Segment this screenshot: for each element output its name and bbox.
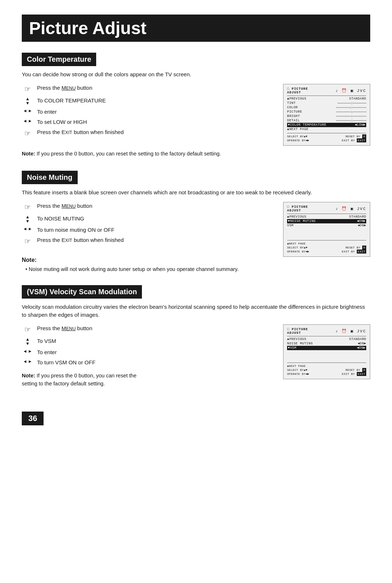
- menu-icons: ♪ ⏰ ▣ JVC: [335, 206, 366, 211]
- instruction-row: ☞ Press the MENU button: [22, 202, 272, 212]
- menu-item: ▲PREVIOUSSTANDARD: [287, 97, 366, 101]
- menu-item: DETAIL•••••••••••|••••••••••: [287, 118, 366, 123]
- menu-bottom-row: ▲NEXT PAGE: [287, 242, 366, 246]
- menu-bottom-row: SELECT BY▲▼RESET BY 0: [287, 368, 366, 372]
- updown-icon: ▲▼: [22, 97, 33, 105]
- menu-item: VSM◄ON►: [287, 223, 366, 228]
- menu-item-selected: ▼COLOR TEMPERATURE◄LOW►: [287, 123, 366, 127]
- instruction-text: To enter: [37, 108, 57, 116]
- menu-icons: ♪ ⏰ ▣ JVC: [335, 329, 366, 333]
- instruction-row: ◄► To enter: [22, 348, 272, 356]
- color-temp-note: Note: If you press the 0 button, you can…: [22, 150, 370, 158]
- noise-muting-desc: This feature inserts a blank blue screen…: [22, 189, 370, 197]
- menu-item: ▲NEXT PAGE: [287, 127, 366, 131]
- menu-item: COLOR••••••••••|•••••••••••: [287, 105, 366, 110]
- instruction-row: ☞ Press the MENU button: [22, 324, 272, 335]
- hand-icon: ☞: [22, 324, 33, 335]
- menu-bottom-row: SELECT BY▲▼RESET BY 0: [287, 246, 366, 250]
- instruction-text: To turn VSM ON or OFF: [37, 359, 95, 366]
- menu-item: BRIGHT•••••••••••|••••••••••: [287, 114, 366, 118]
- leftright-icon: ◄►: [22, 108, 33, 114]
- menu-item: NOISE MUTING◄ON►: [287, 341, 366, 346]
- noise-muting-bullet-note: Noise muting will not work during auto t…: [22, 266, 370, 272]
- menu-bottom-row: ▲NEXT PAGE: [287, 364, 366, 368]
- menu-screen-noise-muting: □ PICTUREADJUST ♪ ⏰ ▣ JVC ▲PREVIOUSSTAND…: [283, 202, 370, 257]
- instruction-text: Press the MENU button: [37, 84, 92, 92]
- menu-bottom-row: SELECT BY▲▼RESET BY 0: [287, 134, 366, 138]
- instruction-row: ☞ Press the EXIT button when finished: [22, 236, 272, 246]
- instruction-row: ◄► To set LOW or HIGH: [22, 118, 272, 126]
- hand-icon: ☞: [22, 84, 33, 94]
- noise-muting-header: Noise Muting: [22, 171, 78, 184]
- menu-screen-vsm: □ PICTUREADJUST ♪ ⏰ ▣ JVC ▲PREVIOUSSTAND…: [283, 324, 370, 379]
- color-temperature-section: Color Temperature You can decide how str…: [22, 53, 370, 158]
- instruction-row: ◄► To turn VSM ON or OFF: [22, 359, 272, 366]
- menu-item: TINT••••••••••|••••••••••: [287, 101, 366, 105]
- menu-item: ▲PREVIOUSSTANDARD: [287, 337, 366, 341]
- note-label: Note:: [22, 257, 370, 263]
- leftright-icon: ◄►: [22, 348, 33, 355]
- vsm-note: Note: If you press the 0 button, you can…: [22, 372, 272, 388]
- menu-bottom-row: OPERATE BY◄►EXIT BY EXIT: [287, 250, 366, 254]
- instruction-text: Press the EXIT button when finished: [37, 128, 124, 136]
- menu-bottom-row: OPERATE BY◄►EXIT BY EXIT: [287, 138, 366, 142]
- page-number: 36: [22, 412, 44, 425]
- instruction-text: To COLOR TEMPERATURE: [37, 97, 106, 104]
- color-temperature-header: Color Temperature: [22, 53, 96, 66]
- instruction-row: ◄► To turn noise muting ON or OFF: [22, 226, 272, 234]
- noise-muting-section: Noise Muting This feature inserts a blan…: [22, 171, 370, 272]
- vsm-desc: Velocity scan modulation circuitry varie…: [22, 303, 370, 319]
- menu-item-selected: ▼NOISE MUTING◄ON►: [287, 219, 366, 223]
- color-temperature-desc: You can decide how strong or dull the co…: [22, 70, 370, 79]
- instruction-text: Press the EXIT button when finished: [37, 236, 124, 244]
- menu-item: PICTURE•••••••••••|••••••••••: [287, 110, 366, 114]
- instruction-text: To turn noise muting ON or OFF: [37, 226, 114, 234]
- instruction-row: ▲▼ To COLOR TEMPERATURE: [22, 97, 272, 105]
- hand-icon: ☞: [22, 202, 33, 212]
- updown-icon: ▲▼: [22, 337, 33, 346]
- color-temperature-instructions: ☞ Press the MENU button ▲▼ To COLOR TEMP…: [22, 84, 272, 141]
- instruction-text: Press the MENU button: [37, 324, 92, 332]
- instruction-row: ▲▼ To NOISE MUTING: [22, 215, 272, 223]
- color-temperature-content: ☞ Press the MENU button ▲▼ To COLOR TEMP…: [22, 84, 370, 146]
- instruction-row: ▲▼ To VSM: [22, 337, 272, 346]
- menu-title: □ PICTUREADJUST: [287, 328, 308, 335]
- instruction-text: To NOISE MUTING: [37, 215, 84, 222]
- instruction-text: To enter: [37, 348, 57, 356]
- menu-title: □ PICTUREADJUST: [287, 87, 308, 94]
- noise-muting-instructions: ☞ Press the MENU button ▲▼ To NOISE MUTI…: [22, 202, 272, 249]
- instruction-text: Press the MENU button: [37, 202, 92, 210]
- leftright-icon: ◄►: [22, 226, 33, 232]
- menu-bottom-row: OPERATE BY◄►EXIT BY EXIT: [287, 372, 366, 376]
- page-title: Picture Adjust: [22, 15, 370, 42]
- instruction-text: To set LOW or HIGH: [37, 118, 87, 126]
- instruction-text: To VSM: [37, 337, 56, 345]
- menu-icons: ♪ ⏰ ▣ JVC: [335, 88, 366, 93]
- instruction-row: ☞ Press the MENU button: [22, 84, 272, 94]
- vsm-section: (VSM) Velocity Scan Modulation Velocity …: [22, 285, 370, 388]
- hand-icon: ☞: [22, 236, 33, 246]
- vsm-content: ☞ Press the MENU button ▲▼ To VSM ◄► To …: [22, 324, 370, 388]
- menu-item: ▲PREVIOUSSTANDARD: [287, 215, 366, 219]
- instruction-row: ☞ Press the EXIT button when finished: [22, 128, 272, 138]
- menu-title: □ PICTUREADJUST: [287, 205, 308, 212]
- hand-icon: ☞: [22, 128, 33, 138]
- updown-icon: ▲▼: [22, 215, 33, 223]
- noise-muting-content: ☞ Press the MENU button ▲▼ To NOISE MUTI…: [22, 202, 370, 257]
- vsm-instructions: ☞ Press the MENU button ▲▼ To VSM ◄► To …: [22, 324, 272, 388]
- vsm-header: (VSM) Velocity Scan Modulation: [22, 285, 142, 299]
- menu-screen-color-temp: □ PICTUREADJUST ♪ ⏰ ▣ JVC ▲PREVIOUSSTAND…: [283, 84, 370, 146]
- leftright-icon: ◄►: [22, 118, 33, 124]
- leftright-icon: ◄►: [22, 359, 33, 365]
- instruction-row: ◄► To enter: [22, 108, 272, 116]
- menu-item-selected: ▼VSM◄ON►: [287, 346, 366, 350]
